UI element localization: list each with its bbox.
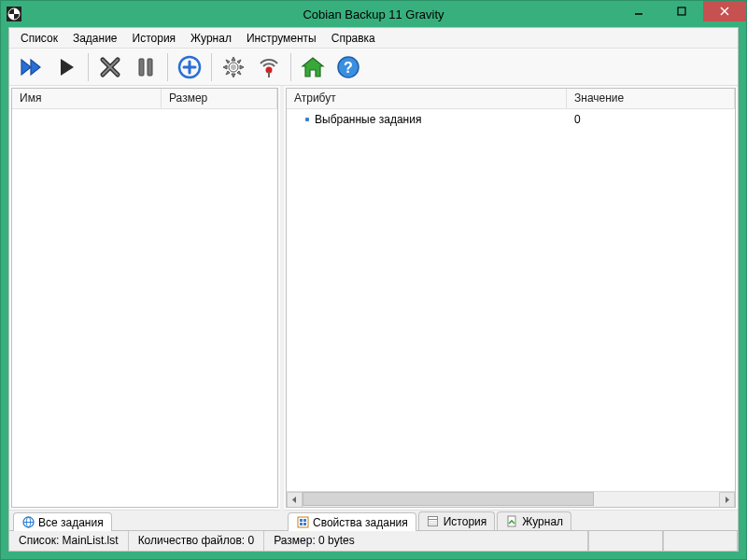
menubar: Список Задание История Журнал Инструмент… <box>9 28 738 49</box>
toolbar-separator <box>88 53 89 81</box>
svg-rect-10 <box>148 59 152 76</box>
pause-button[interactable] <box>130 51 162 83</box>
left-pane: Имя Размер Все задания <box>9 86 280 530</box>
home-button[interactable] <box>297 51 329 83</box>
tab-log[interactable]: Журнал <box>497 511 571 530</box>
status-file-count: Количество файлов: 0 <box>129 531 265 551</box>
toolbar: ? <box>9 49 738 86</box>
client-area: Список Задание История Журнал Инструмент… <box>8 27 739 552</box>
tab-label: Свойства задания <box>313 516 408 529</box>
col-name[interactable]: Имя <box>12 89 162 108</box>
scroll-left-button[interactable] <box>287 492 303 508</box>
status-size: Размер: 0 bytes <box>264 531 588 551</box>
tab-history[interactable]: История <box>418 511 496 530</box>
svg-rect-2 <box>678 7 685 15</box>
tab-label: История <box>444 515 487 528</box>
horizontal-scrollbar[interactable] <box>287 491 735 507</box>
menu-help[interactable]: Справка <box>324 30 383 47</box>
svg-rect-25 <box>303 519 306 522</box>
scroll-right-button[interactable] <box>719 492 735 508</box>
svg-rect-17 <box>268 72 270 77</box>
app-icon <box>7 7 21 21</box>
toolbar-separator <box>167 53 168 81</box>
svg-rect-23 <box>298 517 308 527</box>
scroll-thumb[interactable] <box>303 492 594 506</box>
properties-body[interactable]: Выбранные задания 0 <box>287 109 735 491</box>
toolbar-separator <box>211 53 212 81</box>
tab-label: Все задания <box>38 516 104 529</box>
properties-icon <box>296 516 309 529</box>
status-box-1 <box>588 531 663 551</box>
svg-rect-27 <box>303 523 306 525</box>
tab-label: Журнал <box>522 515 563 528</box>
close-button[interactable] <box>703 1 746 21</box>
col-size[interactable]: Размер <box>162 89 277 108</box>
minimize-button[interactable] <box>617 1 660 21</box>
content-split: Имя Размер Все задания <box>9 86 738 530</box>
right-tabstrip: Свойства задания История Журнал <box>284 510 738 530</box>
right-pane: Атрибут Значение Выбранные задания 0 <box>284 86 738 530</box>
menu-log[interactable]: Журнал <box>183 30 239 47</box>
task-list-panel: Имя Размер <box>11 88 278 508</box>
remote-button[interactable] <box>253 51 285 83</box>
task-list-headers: Имя Размер <box>12 89 277 109</box>
menu-history[interactable]: История <box>125 30 184 47</box>
run-button[interactable] <box>50 51 82 83</box>
svg-rect-24 <box>300 519 303 522</box>
titlebar[interactable]: Cobian Backup 11 Gravity <box>1 1 746 27</box>
history-icon <box>427 515 440 528</box>
svg-rect-9 <box>139 59 144 76</box>
tree-row[interactable]: Выбранные задания 0 <box>289 111 733 128</box>
window-buttons <box>617 1 746 21</box>
tree-bullet-icon <box>305 118 309 121</box>
run-all-button[interactable] <box>15 51 47 83</box>
tab-task-properties[interactable]: Свойства задания <box>288 512 416 531</box>
task-list-body[interactable] <box>12 109 277 507</box>
svg-text:?: ? <box>344 60 353 76</box>
status-box-2 <box>663 531 738 551</box>
left-tabstrip: Все задания <box>9 510 280 530</box>
menu-task[interactable]: Задание <box>65 30 125 47</box>
stop-button[interactable] <box>94 51 126 83</box>
properties-panel: Атрибут Значение Выбранные задания 0 <box>286 88 736 508</box>
properties-headers: Атрибут Значение <box>287 89 735 109</box>
statusbar: Список: MainList.lst Количество файлов: … <box>9 530 738 551</box>
app-window: Cobian Backup 11 Gravity Список Задание … <box>0 0 747 560</box>
menu-tools[interactable]: Инструменты <box>239 30 324 47</box>
globe-icon <box>21 516 35 529</box>
col-value[interactable]: Значение <box>567 89 735 108</box>
help-button[interactable]: ? <box>332 51 364 83</box>
log-icon <box>505 515 518 528</box>
scroll-track[interactable] <box>303 492 719 508</box>
svg-rect-26 <box>300 523 303 525</box>
col-attribute[interactable]: Атрибут <box>287 89 567 108</box>
status-list: Список: MainList.lst <box>9 531 129 551</box>
tree-cell-val: 0 <box>574 113 724 126</box>
menu-list[interactable]: Список <box>13 30 65 47</box>
tree-cell-attr: Выбранные задания <box>315 113 569 126</box>
svg-point-15 <box>231 64 236 70</box>
maximize-button[interactable] <box>660 1 703 21</box>
toolbar-separator <box>290 53 291 81</box>
settings-button[interactable] <box>218 51 249 83</box>
add-task-button[interactable] <box>174 51 205 83</box>
tab-all-tasks[interactable]: Все задания <box>13 512 112 531</box>
